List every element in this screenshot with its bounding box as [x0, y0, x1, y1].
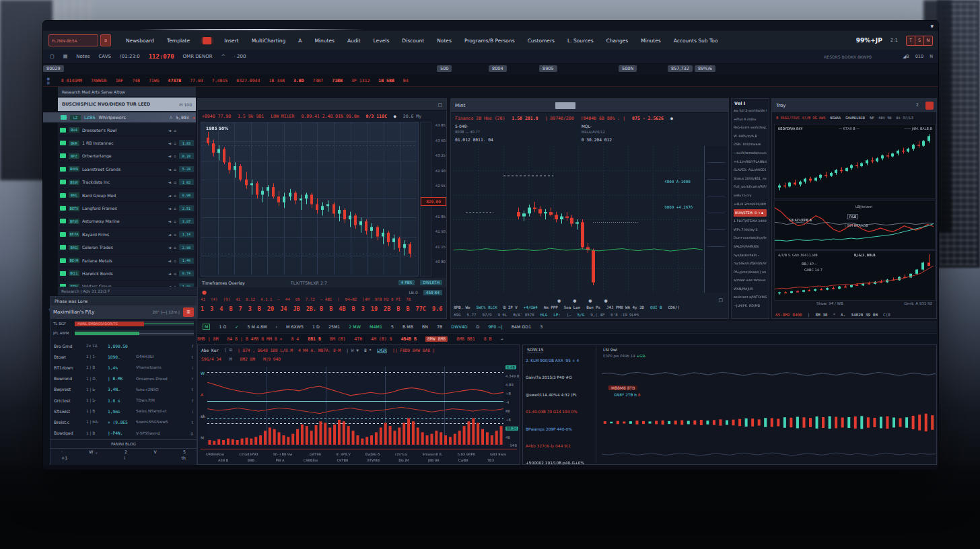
- lock-icon[interactable]: ⌂: [174, 128, 176, 133]
- timeframe-item[interactable]: 1 G: [219, 324, 226, 329]
- toolbar-item[interactable]: (01:23:0: [120, 54, 140, 59]
- timeframe-item[interactable]: D: [477, 324, 480, 329]
- position-row[interactable]: Sftswlst 1 | B 1,9mi Swiss.NSwnd-st i: [50, 406, 197, 416]
- speaker-icon[interactable]: ◄: [168, 271, 172, 276]
- menu-item[interactable]: Changes: [606, 38, 629, 44]
- header-item[interactable]: 8 *: [364, 348, 372, 353]
- watchlist-row[interactable]: BWN Loanstreet Grands ◄ ⌂ 5.28: [58, 163, 196, 176]
- timeframe-label[interactable]: Timeframes Overlay: [202, 281, 245, 285]
- toolbar-item[interactable]: 112:070: [149, 53, 174, 60]
- lock-icon[interactable]: ⌂: [174, 206, 176, 211]
- timeframe-item[interactable]: M 6XW5: [286, 324, 304, 329]
- menu-item[interactable]: Audit: [347, 38, 361, 44]
- watchlist-row[interactable]: BNL Bard Group Med ◄ ⌂ 0.98: [58, 189, 196, 202]
- position-row[interactable]: Btowt 1 | 1- 1890. G4HH3UI t: [50, 351, 197, 362]
- watchlist-row[interactable]: BKR 1 RB Instannec ◄ ⌂ 1.83: [58, 137, 196, 149]
- chart1-plot[interactable]: [201, 122, 419, 277]
- panel3-bottom-chart[interactable]: 4/7/B S. Ghb 18411./4B BJ &(3, BBLB BB./…: [774, 250, 936, 301]
- breadth-bars-chart[interactable]: [602, 402, 936, 443]
- footer-cell[interactable]: +1: [61, 455, 67, 460]
- news-item[interactable]: Dun+overlast/hys/le/s/ww: [734, 234, 767, 243]
- timeframe-item[interactable]: 3: [540, 324, 542, 329]
- news-item[interactable]: +4.2/mR&P/PLANNdWest2: [734, 158, 767, 167]
- news-item[interactable]: RUM/STEM: 8 → ▪: [734, 209, 767, 217]
- speaker-icon[interactable]: ◄: [168, 193, 172, 198]
- menu-item[interactable]: Notes: [437, 38, 452, 44]
- index-badge[interactable]: 8004: [489, 65, 507, 72]
- watchlist-row[interactable]: BSW Trackdata Inc ◄ ⌂ 1 82: [58, 176, 196, 189]
- speaker-icon[interactable]: ◄: [168, 232, 172, 237]
- watchlist-row[interactable]: BETX Langford Frames ◄ ⌂ 2.51: [58, 202, 196, 215]
- panel3-indicator-chart[interactable]: DUAD (EPB.B P&B | SIM BRAADB LBJ/retzeri: [774, 200, 936, 250]
- breadth-stat-row[interactable]: @swe011A 40%4 4:32 (PL: [526, 390, 593, 407]
- menu-item[interactable]: Accounts Sub Too: [674, 38, 718, 44]
- chart2-plot[interactable]: [454, 146, 703, 293]
- lock-icon[interactable]: ⌂: [174, 141, 176, 145]
- menu-item[interactable]: Minutes: [314, 38, 335, 44]
- menu-item[interactable]: [203, 37, 211, 44]
- search-button[interactable]: a: [100, 34, 111, 46]
- news-item[interactable]: hys/lasterhalls -: [734, 252, 767, 260]
- speaker-icon[interactable]: ◄: [168, 219, 172, 223]
- header-item[interactable]: | W ▼: [346, 348, 359, 353]
- watchlist-row[interactable]: BF.W Astornway Marine ◄ ⌂ 3.07: [58, 215, 196, 228]
- speaker-icon[interactable]: ◄: [168, 245, 172, 250]
- chart1-tab-bar[interactable]: ▢: [198, 99, 446, 111]
- news-item[interactable]: PAL/prest/lease() on LLID: [734, 268, 767, 277]
- footer-cell[interactable]: V: [153, 449, 156, 454]
- breadth-stat-row[interactable]: Gain/7a 2015/3 P40 #G: [526, 373, 593, 390]
- pager-dots[interactable]: ● ● ● ●: [557, 298, 613, 303]
- close-button[interactable]: [925, 102, 934, 110]
- index-badge[interactable]: 80029: [43, 65, 64, 72]
- watchlist-selected-row[interactable]: LZ LZBS Whirlpowers A 5,003 ◂: [43, 112, 196, 122]
- toolbar-item[interactable]: · 200: [234, 54, 246, 59]
- footer-cell[interactable]: i: [124, 455, 125, 460]
- footer-cell[interactable]: 5: [183, 449, 186, 454]
- index-badge[interactable]: 89%/6: [695, 65, 715, 72]
- position-row[interactable]: Bowrond 1 | D- | B.MK Onsames-Drood r: [50, 373, 197, 384]
- toolbar-item[interactable]: ▤: [63, 54, 68, 59]
- news-item[interactable]: SLAVED. ALLIANCES: [734, 166, 767, 175]
- news-item[interactable]: WAN/MAJUR: [734, 285, 767, 294]
- news-item[interactable]: a/maar was tamous: [734, 277, 767, 285]
- candlestick-chart[interactable]: [454, 146, 703, 293]
- panel3-top-chart[interactable]: KEDYDR/A 84Y — 67X0 B — —— J4M. BALB,B: [774, 124, 936, 199]
- news-item[interactable]: SALEM/AMM/BS: [734, 243, 767, 252]
- header-item[interactable]: || F8D9 84W 8A8 |: [392, 348, 435, 353]
- toolbar-item[interactable]: CAVS: [98, 54, 110, 59]
- news-item[interactable]: aw full 2-worldwide better: [734, 107, 767, 116]
- index-badge[interactable]: 8905: [539, 65, 557, 72]
- speaker-icon[interactable]: ◄: [168, 258, 172, 263]
- breadth-stat-row[interactable]: 01.40.03B 70 G14 193 0%: [526, 407, 593, 424]
- menu-item[interactable]: Template: [167, 38, 190, 44]
- speaker-icon[interactable]: ◄: [168, 153, 172, 158]
- lock-icon[interactable]: ⌂: [174, 153, 176, 158]
- timeframe-item[interactable]: 5: [391, 324, 394, 329]
- footer-cell[interactable]: 2: [125, 449, 127, 454]
- tape-grid-icon[interactable]: ▦▥: [47, 77, 50, 85]
- footer-badge-1[interactable]: 4 PBS: [398, 280, 415, 285]
- panel3-tab-bar[interactable]: Troy: [772, 99, 936, 113]
- lock-icon[interactable]: ⌂: [174, 232, 176, 237]
- menu-item[interactable]: Insert: [224, 38, 239, 44]
- news-item[interactable]: walu to cry: [734, 192, 767, 200]
- window-control-button[interactable]: S: [915, 36, 924, 45]
- news-item[interactable]: 1 PLOT/ATEAM 34000/45M?: [734, 217, 767, 226]
- account-action-button[interactable]: ≣: [183, 307, 194, 317]
- breadth-stat-row[interactable]: BPwamps 209P 440-0%: [526, 425, 593, 441]
- toolbar-icon[interactable]: 010: [915, 54, 923, 59]
- menu-item[interactable]: A: [298, 38, 302, 44]
- breadth-stat-row[interactable]: 2. KLM 900/1B AXA -95 + 4: [526, 356, 593, 373]
- speaker-icon[interactable]: ◄: [168, 206, 172, 211]
- panel-expand-icon[interactable]: ▢: [718, 297, 723, 303]
- news-item[interactable]: Rep-twrre workshop, 4WB: [734, 124, 767, 133]
- timeframe-item[interactable]: B4M GD1: [512, 324, 532, 329]
- header-item[interactable]: 4 M4 A. M87A. 8-M: [298, 348, 341, 353]
- news-item[interactable]: ~JLM/PK. RD/MB: [734, 302, 767, 311]
- position-row[interactable]: Bwprest 1 | b- 3,4N. fono-r2NSO t: [50, 384, 197, 395]
- timeframe-item[interactable]: BN: [422, 324, 428, 329]
- watchlist-row[interactable]: BQ.L Harwick Bonds ◄ ⌂ 0.74: [58, 267, 196, 280]
- watchlist-row[interactable]: BF.PA Bayard Firms ◄ ⌂ 1.14: [58, 228, 196, 241]
- speaker-icon[interactable]: ◄: [168, 167, 172, 172]
- news-item[interactable]: W. 84PL/m/A,B: [734, 133, 767, 141]
